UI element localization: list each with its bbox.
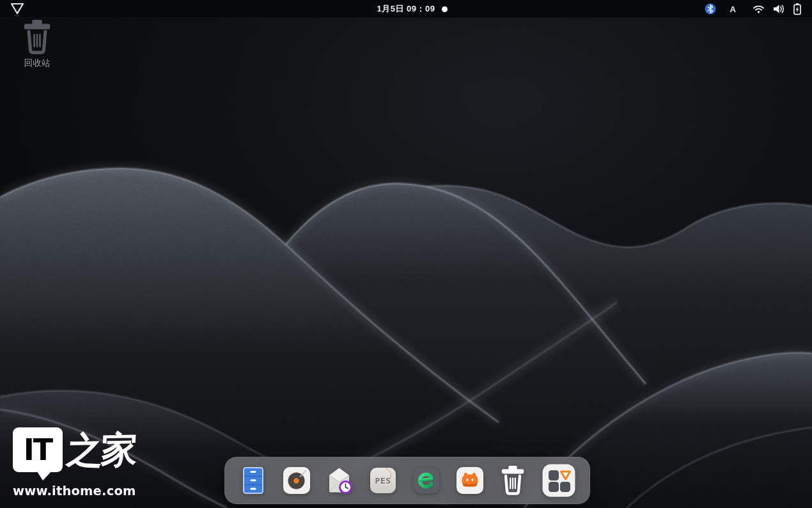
mail-icon [325,466,354,495]
ithome-logo-bubble: IT [13,427,63,472]
dock-item-file-manager[interactable] [238,466,268,495]
file-manager-icon [238,466,268,495]
dock-item-music-player[interactable] [282,466,311,495]
bluetooth-icon[interactable] [705,0,716,18]
dock-item-trash[interactable] [498,466,527,495]
dock-item-browser[interactable] [412,466,441,495]
menu-bar-clock[interactable]: 1月5日 09：09 [377,0,435,18]
system-menu-logo-icon[interactable] [9,1,26,17]
datetime-label: 1月5日 09：09 [377,3,435,15]
ithome-logo-text: IT [24,433,52,467]
ithome-watermark: IT 之家 www.ithome.com [13,427,136,498]
ithome-logo-calligraphy: 之家 [65,427,137,473]
desktop: 1月5日 09：09 A [0,0,812,508]
trash-icon [499,465,527,496]
recycle-bin-label: 回收站 [24,58,51,69]
app-launcher-icon [542,463,576,498]
recycle-bin-icon [20,19,54,55]
dock: PES [224,457,590,504]
dock-item-app-launcher[interactable] [542,463,576,498]
wifi-icon[interactable] [753,0,765,18]
dock-item-ai-assistant[interactable] [455,466,485,495]
dock-item-mail-schedule[interactable] [325,466,354,495]
music-player-icon [282,466,311,495]
browser-icon [412,466,441,495]
ithome-url: www.ithome.com [13,484,136,498]
menu-bar: 1月5日 09：09 A [0,0,812,18]
pes-app-label: PES [368,466,398,495]
dock-item-pes-app[interactable]: PES [368,466,398,495]
battery-charging-icon[interactable] [792,0,803,18]
status-indicator-dot [442,6,448,12]
ai-assistant-icon [455,466,485,495]
input-method-indicator[interactable]: A [730,0,736,18]
desktop-icon-recycle-bin[interactable]: 回收站 [11,19,63,69]
volume-icon[interactable] [772,0,785,18]
